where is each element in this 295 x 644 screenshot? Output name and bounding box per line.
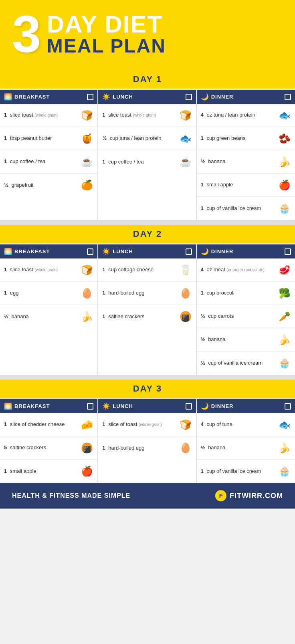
- item-qty: 1: [201, 290, 205, 296]
- breakfast-items-day1: 1 slice toast (whole grain)🍞1 tbsp peanu…: [0, 104, 97, 197]
- item-qty: ½: [4, 182, 10, 188]
- meal-column-lunch-day2: ☀️LUNCH1 cup cottage cheese 🥛1 hard-boil…: [98, 244, 196, 375]
- item-text: 4 oz tuna / lean protein: [201, 112, 277, 119]
- header-number: 3: [12, 8, 41, 60]
- breakfast-items-day3: 1 slice of chedder cheese 🧀5 saltine cra…: [0, 413, 97, 483]
- item-text: ½ banana: [201, 336, 277, 343]
- item-qty: 1: [201, 468, 205, 474]
- item-text: ½ cup carrots: [201, 313, 277, 320]
- lunch-title-day1: LUNCH: [113, 94, 133, 100]
- lunch-title-day3: LUNCH: [113, 403, 133, 409]
- breakfast-title-day3: BREAKFAST: [14, 403, 50, 409]
- lunch-items-day2: 1 cup cottage cheese 🥛1 hard-boiled egg …: [98, 258, 196, 328]
- lunch-checkbox-day2[interactable]: [186, 248, 192, 255]
- breakfast-checkbox-day3[interactable]: [87, 403, 93, 410]
- meal-item: 1 cup of vanilla ice cream 🧁: [197, 460, 295, 483]
- item-text: 1 hard-boiled egg: [102, 445, 177, 452]
- item-qty: ½: [201, 158, 206, 164]
- dinner-checkbox-day3[interactable]: [285, 403, 291, 410]
- meal-item: 1 cup green beans 🫘: [197, 127, 295, 150]
- item-emoji: 🥕: [278, 311, 291, 322]
- item-text: 1 small apple: [4, 468, 79, 475]
- meal-column-lunch-day3: ☀️LUNCH1 slice of toast (whole grain)🍞1 …: [98, 399, 196, 483]
- item-emoji: 🧁: [278, 466, 291, 477]
- dinner-icon-day3: 🌙: [201, 402, 209, 410]
- lunch-checkbox-day3[interactable]: [186, 403, 192, 410]
- lunch-items-day1: 1 slice toast (whole grain)🍞½ cup tuna /…: [98, 104, 196, 174]
- breakfast-icon-day3: 🌅: [4, 402, 12, 410]
- meal-item: 1 cup coffee / tea ☕: [98, 150, 196, 174]
- meal-item: 1 slice of toast (whole grain)🍞: [98, 413, 196, 436]
- lunch-checkbox-day1[interactable]: [186, 94, 192, 100]
- item-emoji: 🥚: [179, 442, 192, 454]
- item-qty: 1: [201, 135, 205, 141]
- day-label-3: DAY 3: [0, 380, 295, 398]
- item-text: ½ banana: [201, 158, 277, 165]
- item-emoji: 🍯: [81, 133, 93, 144]
- meal-grid-2: 🌅BREAKFAST1 slice toast (whole grain)🍞1 …: [0, 243, 295, 375]
- item-text: ½ banana: [201, 444, 277, 451]
- item-emoji: 🧀: [81, 419, 93, 430]
- dinner-title-day1: DINNER: [211, 94, 234, 100]
- meal-item: 4 oz meat (or protein substitute)🥩: [197, 258, 295, 282]
- item-qty: 1: [102, 313, 107, 319]
- item-emoji: 🍞: [179, 110, 192, 121]
- meal-grid-1: 🌅BREAKFAST1 slice toast (whole grain)🍞1 …: [0, 89, 295, 220]
- item-qty: 1: [4, 135, 8, 141]
- item-text: 5 saltine crackers: [4, 444, 79, 451]
- breakfast-checkbox-day2[interactable]: [87, 248, 93, 255]
- item-qty: ½: [201, 313, 206, 319]
- meal-item: ½ grapefruit 🍊: [0, 174, 97, 197]
- meal-item: 1 small apple 🍎: [0, 460, 97, 483]
- dinner-title-day3: DINNER: [211, 403, 234, 409]
- breakfast-checkbox-day1[interactable]: [87, 94, 93, 100]
- item-emoji: 🍘: [179, 311, 192, 322]
- day-section-3: 🌅BREAKFAST1 slice of chedder cheese 🧀5 s…: [0, 398, 295, 483]
- item-emoji: 🍞: [81, 110, 93, 121]
- item-qty: 1: [102, 421, 107, 427]
- item-qty: 4: [201, 266, 205, 273]
- item-emoji: 🍌: [278, 156, 291, 168]
- item-qty: 1: [4, 421, 8, 427]
- meal-item: ½ banana 🍌: [197, 328, 295, 351]
- item-text: 1 cup of vanilla ice cream: [201, 205, 277, 212]
- item-qty: 1: [4, 468, 8, 474]
- meal-item: 1 cup cottage cheese 🥛: [98, 258, 196, 282]
- item-emoji: 🍌: [278, 334, 291, 345]
- meal-header-breakfast-day3: 🌅BREAKFAST: [0, 399, 97, 413]
- meal-header-dinner-day2: 🌙DINNER: [197, 244, 295, 258]
- meal-item: 1 slice toast (whole grain)🍞: [0, 258, 97, 282]
- item-note: (whole grain): [34, 113, 58, 117]
- item-emoji: 🥦: [278, 288, 291, 299]
- item-qty: ½: [201, 444, 206, 450]
- meal-item: 1 cup of vanilla ice cream 🧁: [197, 197, 295, 220]
- header-day-diet: DAY DIET: [47, 12, 166, 36]
- item-emoji: ☕: [179, 156, 192, 168]
- item-emoji: 🐟: [278, 419, 291, 430]
- meal-item: 1 hard-boiled egg 🥚: [98, 282, 196, 305]
- meal-item: 1 slice toast (whole grain)🍞: [98, 104, 196, 127]
- item-emoji: 🍞: [179, 419, 192, 430]
- days-container: DAY 1🌅BREAKFAST1 slice toast (whole grai…: [0, 70, 295, 483]
- dinner-checkbox-day2[interactable]: [285, 248, 291, 255]
- dinner-icon-day1: 🌙: [201, 93, 209, 101]
- header-text: DAY DIET MEAL PLAN: [47, 12, 166, 56]
- item-text: 1 cup coffee / tea: [4, 158, 79, 165]
- meal-header-breakfast-day2: 🌅BREAKFAST: [0, 244, 97, 258]
- meal-column-dinner-day1: 🌙DINNER4 oz tuna / lean protein 🐟1 cup g…: [197, 90, 295, 220]
- meal-header-lunch-day3: ☀️LUNCH: [98, 399, 196, 413]
- item-emoji: 🧁: [278, 203, 291, 214]
- item-text: 1 cup green beans: [201, 135, 277, 142]
- footer: HEALTH & FITNESS MADE SIMPLE F FITWIRR.C…: [0, 483, 295, 509]
- item-qty: 1: [102, 445, 107, 451]
- item-text: 1 egg: [4, 290, 79, 297]
- dinner-checkbox-day1[interactable]: [285, 94, 291, 100]
- lunch-icon-day3: ☀️: [102, 402, 110, 410]
- item-emoji: 🥛: [179, 264, 192, 276]
- item-qty: 1: [4, 158, 8, 164]
- meal-header-lunch-day2: ☀️LUNCH: [98, 244, 196, 258]
- lunch-items-day3: 1 slice of toast (whole grain)🍞1 hard-bo…: [98, 413, 196, 460]
- dinner-items-day3: 4 cup of tuna 🐟½ banana 🍌1 cup of vanill…: [197, 413, 295, 483]
- item-text: 1 slice toast (whole grain): [4, 266, 79, 273]
- item-qty: 4: [201, 112, 205, 118]
